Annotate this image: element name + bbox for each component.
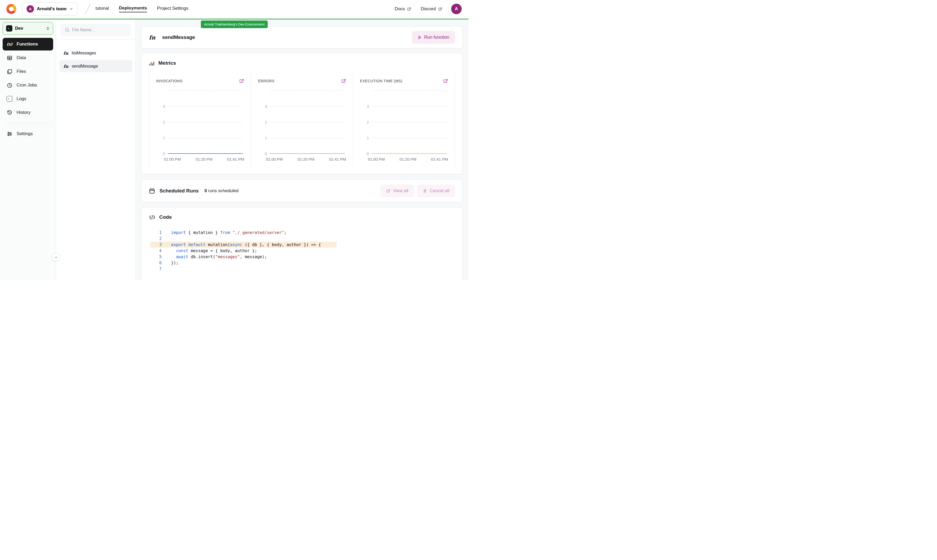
- gridline: [372, 122, 447, 122]
- code-line: 1import { mutation } from "./_generated/…: [150, 229, 337, 235]
- file-search-input[interactable]: [72, 28, 127, 32]
- convex-logo[interactable]: [6, 4, 16, 14]
- line-number: 1: [150, 230, 162, 235]
- search-icon: [65, 28, 69, 32]
- sidebar-item-data[interactable]: Data: [3, 52, 53, 64]
- collapse-sidebar-button[interactable]: «: [52, 253, 60, 262]
- nav-project-settings[interactable]: Project Settings: [157, 6, 188, 12]
- series-line: [270, 153, 345, 154]
- user-avatar[interactable]: A: [451, 4, 462, 14]
- scheduled-runs-card: Scheduled Runs 0 runs scheduled View all…: [141, 179, 463, 202]
- y-tick-label: 0: [360, 152, 369, 155]
- sidebar-item-label: Logs: [17, 96, 26, 102]
- functions-icon: (x): [6, 42, 13, 46]
- metric-panel-errors: ERRORS 0123 01:00 PM01:20 PM01:41 PM: [251, 72, 353, 166]
- table-icon: [6, 55, 13, 61]
- breadcrumb-slash: [85, 3, 91, 15]
- sliders-icon: [6, 131, 13, 137]
- external-link-icon: [407, 7, 411, 11]
- metrics-strip: INVOCATIONS 0123 01:00 PM01:20 PM01:41 P…: [149, 72, 455, 166]
- scheduled-runs-count: 0 runs scheduled: [204, 188, 239, 194]
- file-item-sendMessage[interactable]: fn sendMessage: [59, 60, 132, 72]
- code-line: 6});: [150, 260, 337, 266]
- sidebar-item-history[interactable]: History: [3, 106, 53, 119]
- y-tick-label: 3: [360, 105, 369, 108]
- runs-count-value: 0: [204, 188, 207, 193]
- function-name: sendMessage: [162, 34, 195, 40]
- code-text: const message = { body, author };: [171, 248, 257, 253]
- history-icon: [6, 110, 13, 115]
- file-list: fn listMessages fn sendMessage: [56, 40, 135, 72]
- invocations-x-axis: 01:00 PM01:20 PM01:41 PM: [164, 157, 244, 162]
- series-line: [372, 153, 447, 154]
- team-avatar: A: [26, 5, 34, 12]
- sidebar-item-label: History: [17, 110, 31, 115]
- file-search: [61, 24, 131, 36]
- external-link-icon[interactable]: [341, 78, 346, 83]
- cancel-all-button[interactable]: Cancel all: [417, 185, 455, 197]
- code-title: Code: [159, 214, 172, 220]
- gridline: [372, 106, 447, 106]
- x-tick-label: 01:20 PM: [298, 157, 314, 162]
- line-number: 6: [150, 260, 162, 265]
- bar-chart-icon: [149, 60, 154, 66]
- chevron-down-icon: [69, 7, 73, 11]
- sidebar-item-label: Files: [17, 69, 26, 74]
- sidebar-item-settings[interactable]: Settings: [3, 128, 53, 140]
- sidebar-item-logs[interactable]: >_ Logs: [3, 92, 53, 105]
- line-number: 4: [150, 248, 162, 253]
- metrics-card: Metrics INVOCATIONS 0123 01:00 PM01:20 P…: [141, 53, 463, 174]
- sidebar-item-files[interactable]: Files: [3, 65, 53, 78]
- sidebar-item-cron-jobs[interactable]: Cron Jobs: [3, 79, 53, 91]
- metric-title: ERRORS: [258, 79, 274, 83]
- y-tick-label: 1: [156, 136, 165, 140]
- external-link-icon: [438, 7, 442, 11]
- y-tick-label: 3: [258, 105, 267, 108]
- code-text: });: [171, 260, 179, 265]
- env-banner: Arnold Trakhtenberg's Dev Environment: [201, 20, 268, 28]
- function-header-card: fn sendMessage Run function: [141, 26, 463, 48]
- docs-link[interactable]: Docs: [395, 6, 411, 12]
- execution-time-chart: 0123: [360, 91, 448, 154]
- view-all-button[interactable]: View all: [381, 185, 414, 197]
- chevrons-up-down-icon: [46, 26, 50, 31]
- function-icon: fn: [63, 64, 68, 69]
- deployment-name: Dev: [15, 26, 43, 31]
- code-line: 2: [150, 235, 337, 242]
- code-text: await db.insert("messages", message);: [171, 254, 267, 259]
- deployment-selector[interactable]: >_ Dev: [3, 22, 53, 35]
- gridline: [168, 122, 243, 122]
- nav-deployments[interactable]: Deployments: [119, 6, 147, 12]
- x-tick-label: 01:00 PM: [164, 157, 181, 162]
- sidebar-item-functions[interactable]: (x) Functions: [3, 38, 53, 51]
- code-viewer: 1import { mutation } from "./_generated/…: [149, 229, 337, 272]
- code-text: import { mutation } from "./_generated/s…: [171, 230, 287, 235]
- sidebar: >_ Dev (x) Functions Data Files Cron Job…: [0, 20, 56, 280]
- x-tick-label: 01:41 PM: [431, 157, 448, 162]
- gridline: [372, 138, 447, 138]
- function-icon: fn: [63, 51, 68, 56]
- y-tick-label: 0: [258, 152, 267, 155]
- scheduled-runs-title: Scheduled Runs: [159, 188, 199, 194]
- sidebar-item-label: Data: [17, 55, 26, 60]
- team-name: Arnold's team: [37, 6, 66, 12]
- discord-link[interactable]: Discord: [421, 6, 442, 12]
- team-selector[interactable]: A Arnold's team: [22, 2, 78, 15]
- nav-tutorial[interactable]: tutorial: [96, 6, 109, 12]
- code-line: 4 const message = { body, author };: [150, 248, 337, 254]
- execution-time-x-axis: 01:00 PM01:20 PM01:41 PM: [368, 157, 448, 162]
- x-tick-label: 01:20 PM: [196, 157, 212, 162]
- view-all-label: View all: [393, 188, 408, 194]
- discord-label: Discord: [421, 6, 436, 12]
- file-item-listMessages[interactable]: fn listMessages: [59, 47, 132, 59]
- run-function-button[interactable]: Run function: [412, 31, 455, 44]
- y-tick-label: 1: [258, 136, 267, 140]
- file-item-label: sendMessage: [72, 64, 98, 69]
- external-link-icon[interactable]: [443, 78, 448, 83]
- external-link-icon[interactable]: [239, 78, 244, 83]
- gridline: [168, 138, 243, 138]
- x-tick-label: 01:00 PM: [266, 157, 282, 162]
- terminal-icon: >_: [6, 25, 12, 32]
- code-icon: [149, 215, 155, 220]
- files-icon: [6, 69, 13, 74]
